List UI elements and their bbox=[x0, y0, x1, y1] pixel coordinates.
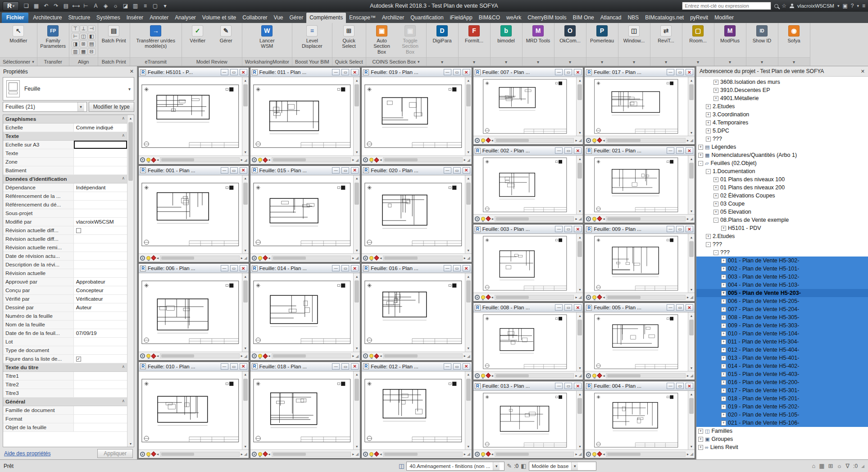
sheet-window-titlebar[interactable]: RFeuille: 021 - Plan ...—▭✕ bbox=[585, 146, 695, 156]
steering-wheel-icon[interactable] bbox=[252, 452, 257, 457]
scroll-thumb[interactable] bbox=[689, 84, 694, 100]
scroll-up-icon[interactable]: ▲ bbox=[690, 234, 693, 240]
reveal-hidden-icon[interactable] bbox=[486, 451, 491, 456]
scroll-right-icon[interactable]: ▸ bbox=[352, 452, 354, 456]
scroll-thumb[interactable] bbox=[607, 374, 640, 377]
scroll-up-icon[interactable]: ▲ bbox=[129, 115, 132, 121]
minimize-button[interactable]: — bbox=[555, 304, 563, 311]
tree-item[interactable]: +▦Nomenclatures/Quantités (Arbo 1) bbox=[696, 151, 868, 159]
expand-icon[interactable]: + bbox=[721, 266, 726, 271]
steering-wheel-icon[interactable] bbox=[475, 138, 480, 143]
expand-icon[interactable]: + bbox=[721, 226, 726, 231]
scroll-left-icon[interactable]: ◂ bbox=[603, 295, 604, 299]
horizontal-scrollbar[interactable] bbox=[606, 216, 686, 221]
close-button[interactable]: ✕ bbox=[240, 167, 247, 174]
tree-item[interactable]: +∞Liens Revit bbox=[696, 443, 868, 451]
scroll-up-icon[interactable]: ▲ bbox=[355, 77, 359, 83]
aligned-dimension-button[interactable]: ⊢ bbox=[81, 1, 91, 10]
panel-label[interactable]: ▾ bbox=[714, 57, 746, 66]
scroll-right-icon[interactable]: ▸ bbox=[464, 452, 466, 456]
expand-icon[interactable]: + bbox=[698, 437, 703, 442]
property-value[interactable]: Auteur bbox=[74, 303, 127, 312]
scroll-thumb[interactable] bbox=[161, 354, 194, 357]
ribbon-button-batch-print[interactable]: ▤Batch Print bbox=[100, 24, 127, 44]
close-button[interactable]: ✕ bbox=[574, 69, 582, 75]
sheet-canvas[interactable] bbox=[362, 77, 465, 156]
minimize-button[interactable]: — bbox=[221, 265, 228, 271]
horizontal-scrollbar[interactable] bbox=[383, 353, 463, 358]
align-tool-button[interactable]: ▥ bbox=[72, 48, 79, 55]
resize-grip[interactable]: ◢ bbox=[690, 452, 693, 456]
steering-wheel-icon[interactable] bbox=[363, 353, 368, 358]
scroll-up-icon[interactable]: ▲ bbox=[690, 156, 693, 162]
default-3d-view-button[interactable]: ◈ bbox=[101, 1, 110, 10]
resize-grip[interactable]: ◢ bbox=[244, 354, 247, 358]
scroll-thumb[interactable] bbox=[496, 296, 529, 299]
expand-icon[interactable]: + bbox=[713, 185, 718, 190]
tree-item[interactable]: +??? bbox=[696, 135, 868, 143]
minimize-button[interactable]: — bbox=[555, 383, 563, 389]
steering-wheel-icon[interactable] bbox=[363, 452, 368, 457]
minimize-button[interactable]: — bbox=[332, 265, 340, 271]
type-selector[interactable]: Feuille ▾ bbox=[3, 77, 134, 101]
property-value[interactable] bbox=[74, 252, 127, 260]
search-icon[interactable] bbox=[774, 4, 778, 8]
vertical-scrollbar[interactable]: ▲▼ bbox=[353, 175, 360, 254]
expand-icon[interactable]: + bbox=[721, 372, 726, 377]
property-value[interactable] bbox=[74, 235, 127, 243]
temporary-hide-icon[interactable] bbox=[592, 374, 596, 378]
scroll-thumb[interactable] bbox=[243, 183, 248, 205]
sheet-canvas[interactable] bbox=[473, 234, 577, 293]
restore-button[interactable]: ▭ bbox=[676, 226, 684, 232]
temporary-hide-icon[interactable] bbox=[146, 256, 150, 260]
restore-button[interactable]: ▭ bbox=[564, 226, 572, 232]
scroll-right-icon[interactable]: ▸ bbox=[352, 158, 354, 162]
reveal-hidden-icon[interactable] bbox=[151, 353, 156, 358]
property-value[interactable]: Vérificateur bbox=[74, 295, 127, 303]
print-button[interactable]: ▤ bbox=[61, 1, 71, 10]
element-filter-dropdown[interactable]: Feuilles (21) ▾ bbox=[3, 102, 87, 112]
scroll-thumb[interactable] bbox=[466, 183, 471, 205]
sheet-window-titlebar[interactable]: RFeuille: 014 - Plan ...—▭✕ bbox=[250, 264, 360, 273]
tree-item[interactable]: +H5101 - PDV bbox=[696, 224, 868, 232]
ribbon-button-show-id[interactable]: IDShow ID bbox=[749, 24, 776, 44]
scroll-left-icon[interactable]: ◂ bbox=[603, 138, 604, 142]
restore-button[interactable]: ▭ bbox=[676, 304, 684, 311]
scroll-left-icon[interactable]: ◂ bbox=[491, 374, 493, 378]
tab-syst-mes[interactable]: Systèmes bbox=[93, 13, 123, 23]
property-section-header[interactable]: Données d'identification∧ bbox=[3, 175, 127, 183]
scroll-down-icon[interactable]: ▼ bbox=[690, 443, 693, 449]
scroll-up-icon[interactable]: ▲ bbox=[467, 77, 470, 83]
reveal-hidden-icon[interactable] bbox=[374, 157, 379, 162]
press-drag-icon[interactable]: ▦ bbox=[819, 463, 824, 469]
tab-enscape[interactable]: Enscape™ bbox=[346, 13, 379, 23]
reveal-hidden-icon[interactable] bbox=[374, 255, 379, 260]
scroll-thumb[interactable] bbox=[384, 257, 417, 260]
steering-wheel-icon[interactable] bbox=[140, 256, 145, 261]
minimize-button[interactable]: — bbox=[555, 69, 563, 75]
close-button[interactable]: ✕ bbox=[240, 265, 247, 271]
property-value[interactable] bbox=[74, 158, 127, 166]
expand-icon[interactable]: + bbox=[721, 275, 726, 280]
align-tool-button[interactable]: ⊥ bbox=[80, 25, 87, 32]
scroll-track[interactable] bbox=[242, 182, 249, 247]
sheet-canvas[interactable] bbox=[585, 77, 688, 136]
vertical-scrollbar[interactable]: ▲▼ bbox=[353, 77, 360, 156]
scroll-right-icon[interactable]: ▸ bbox=[575, 452, 577, 456]
align-tool-button[interactable]: ⊤ bbox=[72, 25, 79, 32]
expand-icon[interactable]: + bbox=[706, 234, 711, 239]
property-value[interactable]: ✓ bbox=[74, 355, 127, 363]
ribbon-button-transf-rer-un-des-mod-le-s[interactable]: →Transférer un/des modèle(s) bbox=[132, 24, 179, 50]
scroll-right-icon[interactable]: ▸ bbox=[575, 295, 577, 299]
scroll-left-icon[interactable]: ◂ bbox=[268, 256, 270, 260]
expand-icon[interactable]: + bbox=[721, 404, 726, 409]
tree-item[interactable]: +▣Groupes bbox=[696, 435, 868, 443]
close-button[interactable]: ✕ bbox=[574, 226, 582, 232]
horizontal-scrollbar[interactable] bbox=[606, 452, 686, 457]
restore-button[interactable]: ▭ bbox=[676, 147, 684, 154]
steering-wheel-icon[interactable] bbox=[475, 216, 480, 221]
tree-item[interactable]: -??? bbox=[696, 248, 868, 257]
expand-icon[interactable]: + bbox=[713, 80, 718, 85]
property-value[interactable] bbox=[74, 209, 127, 217]
tree-item[interactable]: +3608.Isolation des murs bbox=[696, 78, 868, 86]
